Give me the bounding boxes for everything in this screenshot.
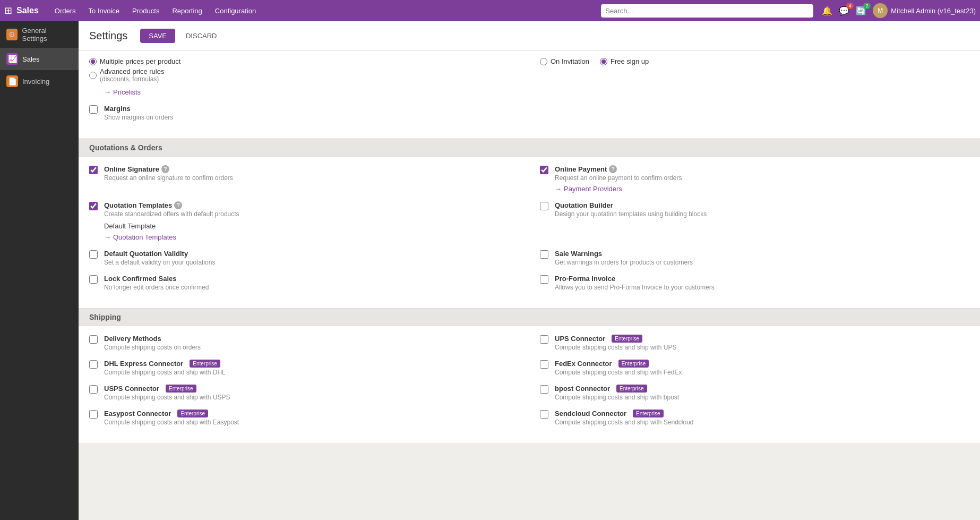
- multiple-prices-radio[interactable]: [89, 58, 97, 65]
- sidebar-item-invoicing[interactable]: 📄 Invoicing: [0, 70, 79, 92]
- pro-forma-checkbox[interactable]: [540, 275, 548, 284]
- default-validity-title: Default Quotation Validity: [104, 250, 519, 258]
- sendcloud-connector-content: Sendcloud Connector Enterprise Compute s…: [555, 410, 969, 426]
- default-validity-content: Default Quotation Validity Set a default…: [104, 250, 519, 266]
- online-signature-desc: Request an online signature to confirm o…: [104, 174, 519, 182]
- online-payment-checkbox[interactable]: [540, 166, 548, 174]
- on-invitation-row: On Invitation: [540, 57, 589, 65]
- bpost-connector-item: bpost Connector Enterprise Compute shipp…: [540, 385, 969, 401]
- row-validity: Default Quotation Validity Set a default…: [89, 250, 969, 266]
- online-signature-content: Online Signature ? Request an online sig…: [104, 165, 519, 182]
- quotations-section-header: Quotations & Orders: [79, 139, 980, 157]
- page-title: Settings: [89, 30, 127, 42]
- usps-connector-checkbox[interactable]: [89, 385, 98, 394]
- delivery-methods-item: Delivery Methods Compute shipping costs …: [89, 335, 519, 351]
- online-signature-label: Online Signature: [104, 165, 159, 173]
- bpost-connector-checkbox[interactable]: [540, 385, 548, 394]
- online-payment-title: Online Payment ?: [555, 165, 969, 173]
- arrow-icon: →: [104, 88, 111, 96]
- lock-confirmed-checkbox[interactable]: [89, 275, 98, 284]
- quotation-builder-label: Quotation Builder: [555, 201, 613, 209]
- grid-icon[interactable]: ⊞: [4, 5, 12, 16]
- delivery-methods-checkbox[interactable]: [89, 335, 98, 344]
- advanced-price-row: Advanced price rules (discounts, formula…: [89, 67, 519, 83]
- dhl-express-label: DHL Express Connector: [104, 360, 183, 368]
- margins-checkbox[interactable]: [89, 105, 98, 114]
- quotation-builder-item: Quotation Builder Design your quotation …: [540, 201, 969, 241]
- quotations-section-title: Quotations & Orders: [89, 143, 162, 152]
- usps-connector-content: USPS Connector Enterprise Compute shippi…: [104, 385, 519, 401]
- nav-orders[interactable]: Orders: [49, 5, 81, 17]
- online-payment-desc: Request an online payment to confirm ord…: [555, 174, 969, 182]
- ups-connector-checkbox[interactable]: [540, 335, 548, 344]
- quotation-builder-checkbox[interactable]: [540, 202, 548, 210]
- default-validity-checkbox[interactable]: [89, 250, 98, 259]
- online-signature-checkbox[interactable]: [89, 166, 98, 174]
- sale-warnings-checkbox[interactable]: [540, 250, 548, 259]
- sendcloud-connector-label: Sendcloud Connector: [555, 410, 626, 417]
- nav-to-invoice[interactable]: To Invoice: [83, 5, 125, 17]
- notification-bell-icon[interactable]: 🔔: [822, 6, 832, 16]
- quotation-templates-link[interactable]: → Quotation Templates: [104, 233, 176, 241]
- quotation-templates-help-icon[interactable]: ?: [174, 201, 182, 209]
- default-validity-label: Default Quotation Validity: [104, 250, 188, 258]
- nav-reporting[interactable]: Reporting: [167, 5, 207, 17]
- row-lock: Lock Confirmed Sales No longer edit orde…: [89, 275, 969, 291]
- free-signup-row: Free sign up: [600, 57, 649, 65]
- row-delivery: Delivery Methods Compute shipping costs …: [89, 335, 969, 351]
- update-badge: 2: [863, 3, 871, 9]
- sidebar-label-invoicing: Invoicing: [22, 78, 49, 86]
- row-online: Online Signature ? Request an online sig…: [89, 165, 969, 193]
- quotation-templates-link-label: Quotation Templates: [113, 233, 176, 241]
- sidebar-label-sales: Sales: [22, 55, 40, 63]
- free-signup-radio[interactable]: [600, 58, 607, 65]
- quotation-builder-title: Quotation Builder: [555, 201, 969, 209]
- nav-configuration[interactable]: Configuration: [210, 5, 261, 17]
- quotation-templates-checkbox[interactable]: [89, 202, 98, 210]
- nav-products[interactable]: Products: [127, 5, 165, 17]
- dhl-express-checkbox[interactable]: [89, 360, 98, 369]
- top-partial: Multiple prices per product Advanced pri…: [79, 51, 980, 139]
- sendcloud-enterprise-badge: Enterprise: [633, 410, 664, 417]
- advanced-price-label: Advanced price rules: [100, 67, 164, 75]
- on-invitation-radio[interactable]: [540, 58, 547, 65]
- shipping-section-header: Shipping: [79, 308, 980, 326]
- ups-connector-label: UPS Connector: [555, 335, 605, 343]
- quotation-templates-desc: Create standardized offers with default …: [104, 210, 519, 218]
- payment-providers-link[interactable]: → Payment Providers: [555, 185, 622, 193]
- fedex-connector-desc: Compute shipping costs and ship with Fed…: [555, 369, 969, 376]
- sidebar-item-general[interactable]: ⚙ General Settings: [0, 21, 79, 48]
- search-input[interactable]: [601, 4, 813, 18]
- dhl-express-title: DHL Express Connector Enterprise: [104, 360, 519, 368]
- signup-section: On Invitation Free sign up: [540, 57, 969, 96]
- general-settings-icon: ⚙: [6, 29, 18, 40]
- online-payment-content: Online Payment ? Request an online payme…: [555, 165, 969, 193]
- row-easypost-sendcloud: Easypost Connector Enterprise Compute sh…: [89, 410, 969, 426]
- sendcloud-connector-title: Sendcloud Connector Enterprise: [555, 410, 969, 417]
- user-menu[interactable]: M Mitchell Admin (v16_test23): [873, 3, 976, 18]
- fedex-connector-checkbox[interactable]: [540, 360, 548, 369]
- online-signature-item: Online Signature ? Request an online sig…: [89, 165, 519, 193]
- multiple-prices-row: Multiple prices per product: [89, 57, 519, 65]
- sidebar-item-sales[interactable]: 📈 Sales: [0, 48, 79, 70]
- online-signature-help-icon[interactable]: ?: [161, 165, 169, 173]
- invoicing-icon: 📄: [6, 75, 18, 87]
- main-content: Multiple prices per product Advanced pri…: [79, 51, 980, 520]
- quotations-section-body: Online Signature ? Request an online sig…: [79, 157, 980, 308]
- update-icon[interactable]: 🔄2: [856, 6, 866, 16]
- on-invitation-label: On Invitation: [551, 57, 589, 65]
- easypost-connector-checkbox[interactable]: [89, 410, 98, 419]
- usps-connector-title: USPS Connector Enterprise: [104, 385, 519, 393]
- payment-arrow-icon: →: [555, 185, 562, 193]
- payment-providers-label: Payment Providers: [564, 185, 622, 193]
- pricelists-link[interactable]: → Pricelists: [104, 88, 141, 96]
- sendcloud-connector-checkbox[interactable]: [540, 410, 548, 419]
- usps-enterprise-badge: Enterprise: [166, 385, 196, 393]
- advanced-price-radio[interactable]: [89, 72, 97, 79]
- chat-icon[interactable]: 💬4: [839, 6, 849, 16]
- usps-connector-label: USPS Connector: [104, 385, 159, 393]
- dhl-express-desc: Compute shipping costs and ship with DHL: [104, 369, 519, 376]
- online-payment-help-icon[interactable]: ?: [609, 165, 617, 173]
- save-button[interactable]: SAVE: [140, 29, 175, 43]
- discard-button[interactable]: DISCARD: [182, 29, 221, 43]
